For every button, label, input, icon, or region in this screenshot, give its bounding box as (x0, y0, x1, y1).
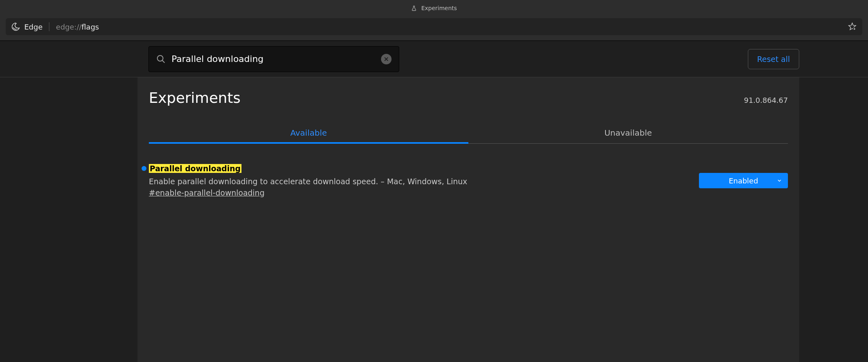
address-divider (49, 22, 49, 31)
flag-title: Parallel downloading (149, 164, 241, 173)
reset-all-button[interactable]: Reset all (748, 49, 799, 69)
search-box[interactable] (148, 46, 399, 72)
tabs: Available Unavailable (149, 123, 788, 144)
content-panel: Experiments 91.0.864.67 Available Unavai… (138, 77, 799, 362)
flag-state-label: Enabled (729, 177, 758, 185)
clear-search-button[interactable] (381, 54, 392, 64)
page-heading: Experiments (149, 89, 241, 106)
flask-icon (411, 5, 417, 11)
flag-description: Enable parallel downloading to accelerat… (149, 177, 683, 186)
url-scheme: edge:// (56, 23, 81, 31)
favorite-add-icon[interactable] (848, 22, 857, 31)
edge-logo-icon (11, 22, 20, 31)
svg-point-1 (157, 55, 163, 61)
flag-state-select[interactable]: Enabled (699, 173, 788, 188)
flag-anchor-link[interactable]: #enable-parallel-downloading (149, 188, 265, 197)
browser-name: Edge (24, 23, 42, 31)
chevron-down-icon (777, 178, 782, 183)
version-label: 91.0.864.67 (744, 96, 788, 104)
tab-unavailable[interactable]: Unavailable (468, 123, 788, 143)
address-bar[interactable]: Edge edge://flags (6, 18, 862, 35)
flag-entry: Parallel downloading Enable parallel dow… (149, 164, 788, 197)
tab-available[interactable]: Available (149, 123, 468, 143)
search-input[interactable] (171, 54, 381, 64)
address-row: Edge edge://flags (0, 16, 868, 40)
search-row: Reset all (0, 41, 868, 77)
window-title-bar: Experiments (0, 0, 868, 16)
tab-title: Experiments (421, 5, 457, 11)
modified-dot-icon (142, 166, 146, 171)
url-path: flags (82, 23, 99, 31)
search-icon (156, 54, 166, 64)
page-body: Reset all Experiments 91.0.864.67 Availa… (0, 40, 868, 362)
